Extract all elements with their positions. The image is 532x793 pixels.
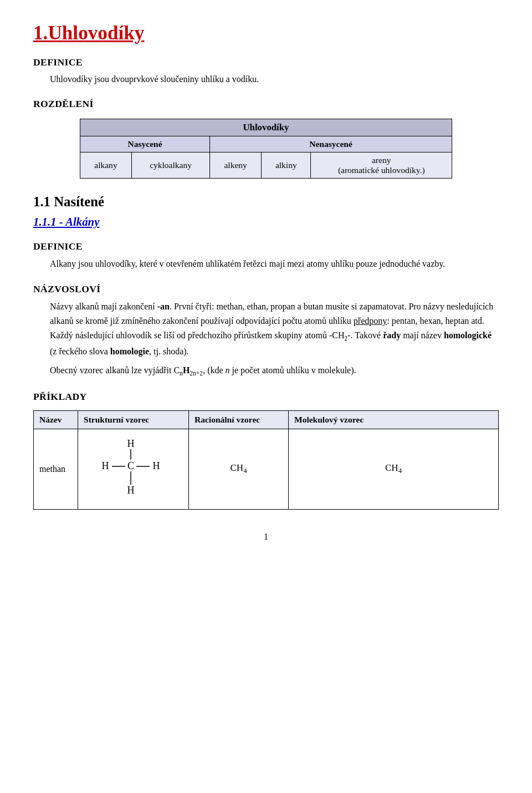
definice-label-1: DEFINICE [33, 57, 499, 68]
nazvoslovi-text5: mají název [401, 331, 444, 340]
table-header-racionalni: Racionální vzorec [189, 411, 289, 429]
definice-text-1: Uhlovodíky jsou dvouprvkové sloučeniny u… [50, 73, 499, 86]
nazvoslovi-text1: Názvy alkanů mají zakončení [50, 302, 157, 311]
definice-text-2: Alkany jsou uhlovodíky, které v otevřené… [50, 257, 499, 271]
classification-top-label: Uhlovodíky [80, 119, 452, 136]
nazvoslovi-an: -an [157, 302, 170, 311]
main-title: 1.Uhlovodíky [33, 22, 499, 44]
nazvoslovi-text6: (z řeckého slova [50, 347, 110, 356]
rozdeleni-label: ROZDĚLENÍ [33, 98, 499, 110]
nazvoslovi-text8-post: , (kde [203, 365, 225, 375]
nazvoslovi-text7: , tj. shoda). [149, 347, 189, 356]
table-header-strukturni: Strukturní vzorec [78, 411, 189, 429]
row-methan-rational: CH4 [189, 429, 289, 510]
page-number: 1 [33, 532, 499, 542]
section-1-1-1-title: 1.1.1 - Alkány [33, 215, 499, 228]
nazvoslovi-predpony: předpony [354, 316, 387, 326]
class-alkiny: alkiny [262, 152, 311, 179]
section-1-1-title: 1.1 Nasítené [33, 194, 499, 210]
nazvoslovi-text8-end: je počet atomů uhlíku v molekule). [230, 365, 356, 375]
nazvoslovi-n2-italic: n [226, 365, 230, 375]
row-methan-name: methan [34, 429, 78, 510]
svg-text:H: H [152, 460, 160, 471]
class-alkeny: alkeny [210, 152, 262, 179]
nazvoslovi-block: Názvy alkanů mají zakončení -an. První č… [50, 299, 499, 379]
table-header-nazev: Název [34, 411, 78, 429]
table-row: methan C H H H H [34, 429, 499, 510]
nazvoslovi-homologie: homologie [110, 347, 149, 356]
svg-text:C: C [127, 460, 134, 471]
priklady-label: PŘÍKLADY [33, 391, 499, 403]
nazvoslovi-rady: řady [383, 331, 401, 340]
methane-structural-svg: C H H H H [98, 435, 170, 501]
svg-text:H: H [101, 460, 109, 471]
table-header-molekulovy: Molekulový vzorec [289, 411, 499, 429]
nazvoslovi-label: NÁZVOSLOVÍ [33, 283, 499, 295]
classification-nasycene: Nasycené [80, 136, 210, 152]
classification-table: Uhlovodíky Nasycené Nenasycené alkany cy… [80, 119, 452, 179]
nazvoslovi-2n2-sub: 2n+2 [190, 370, 203, 377]
row-methan-structural: C H H H H [78, 429, 189, 510]
svg-text:H: H [127, 438, 134, 449]
nazvoslovi-text4: -. Takové [347, 331, 383, 340]
nazvoslovi-h: H [183, 365, 190, 375]
class-areny: areny (aromatické uhlovodíky.) [311, 152, 452, 179]
definice-label-2: DEFINICE [33, 241, 499, 252]
svg-text:H: H [127, 485, 134, 496]
row-methan-molecular: CH4 [289, 429, 499, 510]
examples-table: Název Strukturní vzorec Racionální vzore… [33, 410, 499, 510]
class-cykloalkany: cykloalkany [131, 152, 209, 179]
nazvoslovi-text8-pre: Obecný vzorec alkanů lze vyjádřit C [50, 365, 180, 375]
class-alkany: alkany [80, 152, 132, 179]
nazvoslovi-homologicke: homologické [444, 331, 492, 340]
classification-nenasycene: Nenasycené [210, 136, 452, 152]
